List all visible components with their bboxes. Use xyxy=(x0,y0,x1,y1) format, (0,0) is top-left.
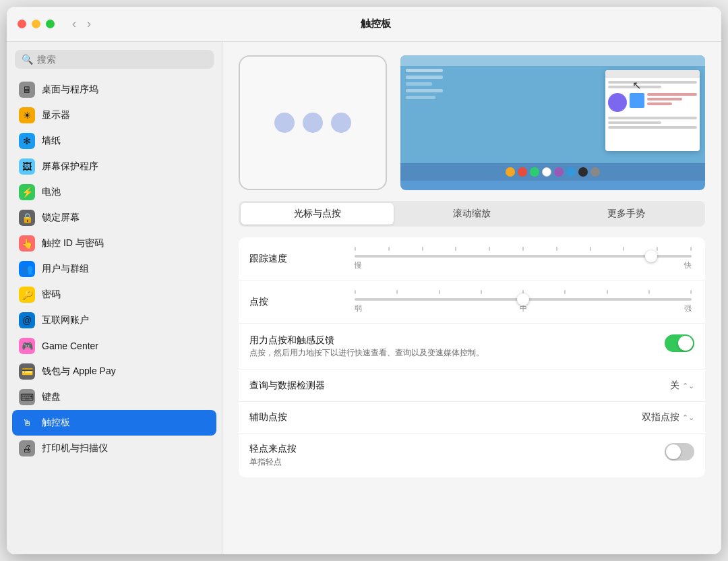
sidebar-item-wallet[interactable]: 💳钱包与 Apple Pay xyxy=(12,359,216,384)
sidebar-label-desktop: 桌面与程序坞 xyxy=(42,84,98,96)
tracking-speed-thumb[interactable] xyxy=(645,250,657,262)
sidebar-item-internet[interactable]: @互联网账户 xyxy=(12,307,216,333)
tracking-speed-slider-area[interactable]: 慢 快 xyxy=(352,247,694,270)
color-dot-0[interactable] xyxy=(506,167,515,177)
sidebar-item-gamecenter[interactable]: 🎮Game Center xyxy=(12,333,216,359)
tick-0 xyxy=(355,290,356,294)
sidebar-icon-wallpaper: ✻ xyxy=(19,133,35,149)
dw-titlebar xyxy=(605,70,700,78)
sidebar-label-trackpad: 触控板 xyxy=(42,417,70,429)
trackpad-dot-3 xyxy=(331,113,351,133)
tick-6 xyxy=(607,290,608,294)
tab-cursor[interactable]: 光标与点按 xyxy=(241,203,394,225)
color-dot-6[interactable] xyxy=(578,167,588,177)
sidebar-item-printer[interactable]: 🖨打印机与扫描仪 xyxy=(12,436,216,461)
tracking-speed-labels: 慢 快 xyxy=(352,260,694,270)
click-thumb[interactable] xyxy=(517,293,529,305)
desktop-preview: ↖ xyxy=(400,55,705,190)
click-slider-area[interactable]: 弱 中 强 xyxy=(352,290,694,314)
sidebar-icon-wallet: 💳 xyxy=(19,363,35,380)
tab-scroll[interactable]: 滚动缩放 xyxy=(395,203,548,225)
dw-line-r-3 xyxy=(647,102,672,105)
click-label: 点按 xyxy=(249,296,344,308)
tick-5 xyxy=(522,247,524,251)
click-track[interactable] xyxy=(355,298,692,301)
sidebar-label-display: 显示器 xyxy=(42,109,70,121)
secondary-click-value-text: 双指点按 xyxy=(642,411,679,423)
sidebar-icon-printer: 🖨 xyxy=(19,440,35,456)
sidebar-item-wallpaper[interactable]: ✻墙纸 xyxy=(12,128,216,154)
desktop-menubar xyxy=(400,55,705,66)
dw-line-5 xyxy=(608,126,697,129)
tap-to-click-toggle[interactable] xyxy=(665,443,694,461)
tick-10 xyxy=(690,247,692,251)
sidebar-item-trackpad[interactable]: 🖱触控板 xyxy=(12,410,216,436)
tab-gestures[interactable]: 更多手势 xyxy=(550,203,703,225)
sidebar-item-touchid[interactable]: 👆触控 ID 与密码 xyxy=(12,231,216,256)
color-dot-5[interactable] xyxy=(566,167,576,177)
desktop-screen: ↖ xyxy=(400,55,705,163)
speed-max-label: 快 xyxy=(684,260,692,270)
lookup-chevron: ⌃⌄ xyxy=(682,382,694,390)
sidebar-label-passwords: 密码 xyxy=(42,289,61,301)
sidebar-item-keyboard[interactable]: ⌨键盘 xyxy=(12,384,216,410)
tap-to-click-label-group: 轻点来点按 单指轻点 xyxy=(249,443,344,468)
main-layout: 🔍 🖥桌面与程序坞☀显示器✻墙纸🖼屏幕保护程序⚡电池🔒锁定屏幕👆触控 ID 与密… xyxy=(7,42,721,554)
sidebar: 🔍 🖥桌面与程序坞☀显示器✻墙纸🖼屏幕保护程序⚡电池🔒锁定屏幕👆触控 ID 与密… xyxy=(7,42,222,554)
sidebar-list: 🖥桌面与程序坞☀显示器✻墙纸🖼屏幕保护程序⚡电池🔒锁定屏幕👆触控 ID 与密码👥… xyxy=(7,74,222,554)
back-button[interactable]: ‹ xyxy=(68,16,80,32)
sidebar-icon-touchid: 👆 xyxy=(19,235,35,252)
tick-1 xyxy=(388,247,390,251)
sidebar-label-keyboard: 键盘 xyxy=(42,391,61,403)
color-dot-2[interactable] xyxy=(530,167,539,177)
forward-button[interactable]: › xyxy=(83,16,95,32)
sidebar-label-users: 用户与群组 xyxy=(42,263,89,275)
color-dot-4[interactable] xyxy=(554,167,564,177)
tick-5 xyxy=(564,290,566,294)
sidebar-item-battery[interactable]: ⚡电池 xyxy=(12,179,216,205)
secondary-click-chevron: ⌃⌄ xyxy=(682,413,694,422)
minimize-button[interactable] xyxy=(32,20,40,28)
force-touch-toggle[interactable] xyxy=(665,334,694,352)
sidebar-icon-passwords: 🔑 xyxy=(19,287,35,303)
tick-3 xyxy=(481,290,482,294)
trackpad-dot-2 xyxy=(303,113,323,133)
sidebar-item-desktop[interactable]: 🖥桌面与程序坞 xyxy=(12,77,216,102)
sidebar-item-users[interactable]: 👥用户与群组 xyxy=(12,256,216,282)
ll-4 xyxy=(406,89,443,92)
cursor-indicator: ↖ xyxy=(632,79,641,92)
sidebar-icon-users: 👥 xyxy=(19,261,35,277)
dw-content xyxy=(605,78,700,131)
dw-shapes xyxy=(608,93,697,112)
close-button[interactable] xyxy=(18,20,26,28)
color-bar xyxy=(400,163,705,181)
sidebar-icon-battery: ⚡ xyxy=(19,184,35,200)
dw-rect xyxy=(630,93,644,108)
window-title: 触控板 xyxy=(95,18,657,30)
search-input[interactable] xyxy=(37,54,207,65)
color-dot-1[interactable] xyxy=(518,167,527,177)
tick-marks-speed xyxy=(352,247,694,251)
color-dot-3[interactable] xyxy=(542,167,551,177)
tick-3 xyxy=(455,247,456,251)
force-touch-label-group: 用力点按和触感反馈 点按，然后用力地按下以进行快速查看、查询以及变速媒体控制。 xyxy=(249,334,484,359)
sidebar-label-wallet: 钱包与 Apple Pay xyxy=(42,365,116,378)
dw-line-r-1 xyxy=(647,93,697,96)
sidebar-label-internet: 互联网账户 xyxy=(42,314,89,326)
search-box[interactable]: 🔍 xyxy=(15,50,214,69)
color-dot-7[interactable] xyxy=(590,167,600,177)
tracking-speed-label: 跟踪速度 xyxy=(249,253,344,265)
sidebar-label-gamecenter: Game Center xyxy=(42,341,98,351)
fullscreen-button[interactable] xyxy=(46,20,55,28)
lookup-value[interactable]: 关 ⌃⌄ xyxy=(670,380,694,392)
tap-to-click-sub: 单指轻点 xyxy=(249,456,344,468)
tap-to-click-label: 轻点来点按 xyxy=(249,443,344,455)
sidebar-item-lockscreen[interactable]: 🔒锁定屏幕 xyxy=(12,205,216,231)
tick-2 xyxy=(422,247,423,251)
sidebar-item-screensaver[interactable]: 🖼屏幕保护程序 xyxy=(12,154,216,179)
sidebar-item-display[interactable]: ☀显示器 xyxy=(12,102,216,128)
sidebar-item-passwords[interactable]: 🔑密码 xyxy=(12,282,216,307)
secondary-click-value[interactable]: 双指点按 ⌃⌄ xyxy=(642,411,694,423)
lookup-label: 查询与数据检测器 xyxy=(249,380,344,392)
tracking-speed-track[interactable] xyxy=(355,255,692,258)
